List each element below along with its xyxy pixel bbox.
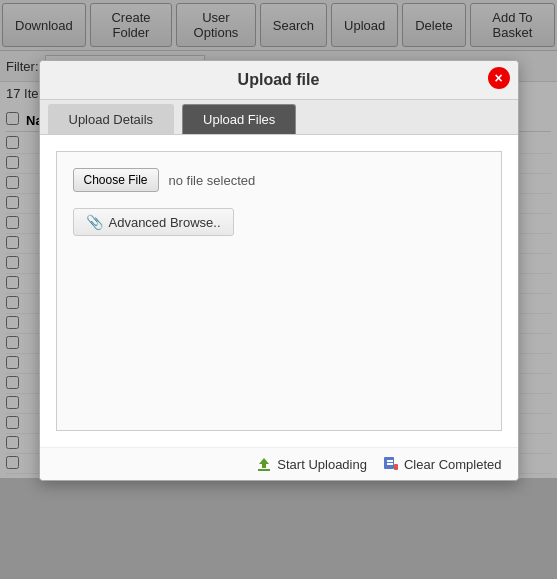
svg-rect-5	[387, 463, 393, 465]
clear-completed-icon	[383, 456, 399, 472]
upload-files-tab[interactable]: Upload Files	[182, 104, 296, 134]
paperclip-icon: 📎	[86, 214, 103, 230]
advanced-browse-row: 📎 Advanced Browse..	[73, 208, 485, 236]
upload-area: Choose File no file selected 📎 Advanced …	[56, 151, 502, 431]
modal-overlay: Upload file × Upload DetailsUpload Files…	[0, 0, 557, 579]
upload-icon	[256, 456, 272, 472]
clear-completed-link[interactable]: Clear Completed	[383, 456, 502, 472]
svg-rect-2	[258, 469, 270, 471]
upload-modal: Upload file × Upload DetailsUpload Files…	[39, 60, 519, 481]
clear-completed-label: Clear Completed	[404, 457, 502, 472]
modal-title: Upload file	[238, 71, 320, 88]
svg-rect-4	[387, 460, 393, 462]
advanced-browse-button[interactable]: 📎 Advanced Browse..	[73, 208, 234, 236]
modal-footer: Start Uploading Clear Completed	[40, 447, 518, 480]
choose-file-row: Choose File no file selected	[73, 168, 485, 192]
modal-header: Upload file	[40, 61, 518, 100]
start-uploading-label: Start Uploading	[277, 457, 367, 472]
advanced-browse-label: Advanced Browse..	[109, 215, 221, 230]
modal-body: Choose File no file selected 📎 Advanced …	[40, 135, 518, 447]
no-file-text: no file selected	[169, 173, 256, 188]
svg-marker-0	[259, 458, 269, 464]
upload-details-tab[interactable]: Upload Details	[48, 104, 175, 134]
svg-rect-1	[262, 464, 266, 468]
svg-rect-6	[394, 464, 398, 470]
modal-tabs: Upload DetailsUpload Files	[40, 100, 518, 135]
choose-file-button[interactable]: Choose File	[73, 168, 159, 192]
modal-close-button[interactable]: ×	[488, 67, 510, 89]
start-uploading-link[interactable]: Start Uploading	[256, 456, 367, 472]
